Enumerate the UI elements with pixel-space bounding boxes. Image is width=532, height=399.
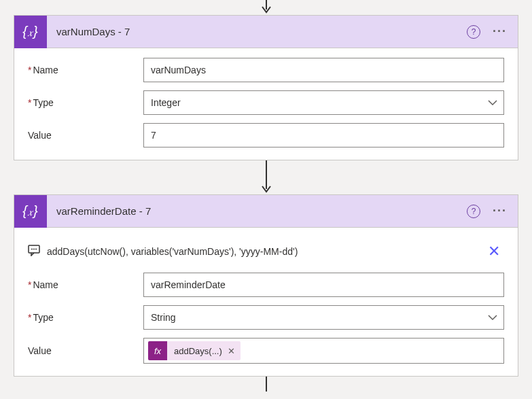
- comment-text: addDays(utcNow(), variables('varNumDays'…: [47, 246, 477, 257]
- value-label: Value: [28, 345, 143, 356]
- variable-icon: {𝑥}: [14, 16, 47, 48]
- type-label: *Type: [28, 312, 143, 323]
- name-label: *Name: [28, 279, 143, 290]
- name-input[interactable]: [143, 273, 504, 297]
- card-header[interactable]: {𝑥} varReminderDate - 7 ? ···: [14, 195, 518, 228]
- more-menu-icon[interactable]: ···: [490, 24, 510, 39]
- comment-icon: [28, 244, 40, 260]
- svg-point-5: [35, 248, 37, 249]
- connector-arrow-top: [0, 0, 532, 15]
- name-label: *Name: [28, 65, 143, 75]
- action-card-varnumdays: {𝑥} varNumDays - 7 ? ··· *Name *Type Int…: [14, 15, 518, 160]
- type-select[interactable]: String: [143, 305, 504, 330]
- value-input[interactable]: fx addDays(...) ✕: [143, 338, 504, 364]
- name-input[interactable]: [143, 58, 504, 82]
- connector-arrow-middle: [0, 160, 532, 194]
- value-input[interactable]: [143, 123, 504, 148]
- card-body: *Name *Type Integer Value: [14, 48, 518, 160]
- type-select[interactable]: Integer: [143, 90, 504, 115]
- card-title: varNumDays - 7: [47, 26, 467, 37]
- card-header[interactable]: {𝑥} varNumDays - 7 ? ···: [14, 16, 518, 48]
- card-body: addDays(utcNow(), variables('varNumDays'…: [14, 228, 518, 376]
- svg-point-4: [33, 248, 35, 249]
- connector-arrow-bottom: [0, 377, 532, 392]
- value-label: Value: [28, 130, 143, 141]
- help-icon[interactable]: ?: [467, 25, 480, 39]
- more-menu-icon[interactable]: ···: [490, 204, 510, 218]
- variable-icon: {𝑥}: [14, 195, 47, 228]
- close-icon[interactable]: ✕: [484, 243, 504, 260]
- help-icon[interactable]: ?: [467, 205, 480, 218]
- expression-chip[interactable]: fx addDays(...) ✕: [148, 341, 241, 360]
- type-label: *Type: [28, 97, 143, 108]
- expression-text: addDays(...): [167, 346, 226, 356]
- svg-point-3: [31, 248, 33, 249]
- comment-row: addDays(utcNow(), variables('varNumDays'…: [28, 237, 504, 273]
- action-card-varreminderdate: {𝑥} varReminderDate - 7 ? ··· addDays(ut…: [14, 194, 518, 377]
- card-title: varReminderDate - 7: [47, 205, 467, 217]
- remove-expression-icon[interactable]: ✕: [226, 346, 241, 356]
- fx-icon: fx: [148, 341, 167, 360]
